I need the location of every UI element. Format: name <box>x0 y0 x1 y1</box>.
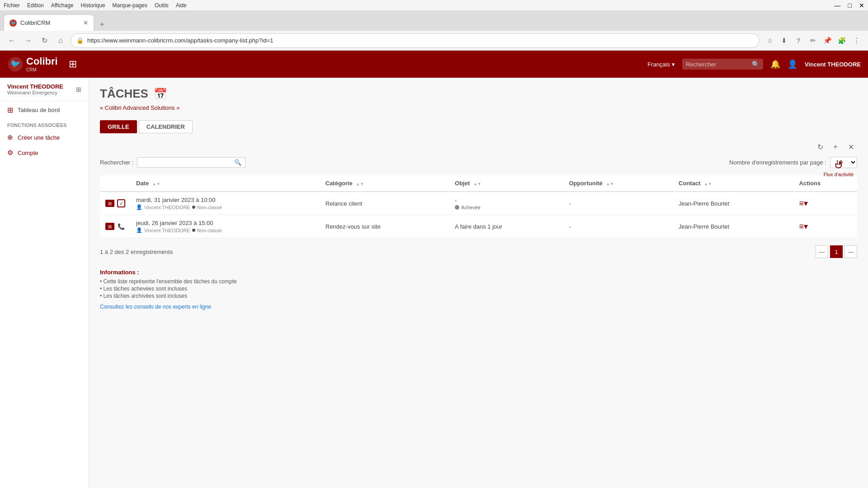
row1-contact: Jean-Pierre Bourlet <box>673 192 793 215</box>
pagination-next-button[interactable]: — <box>844 245 857 258</box>
sidebar-item-tableau-de-bord[interactable]: ⊞ Tableau de bord <box>0 101 89 119</box>
main-content: TÂCHES 📅 ↺ Flux d'activité « Colibri Adv… <box>89 78 868 488</box>
header-right: Français ▾ 🔍 🔔 👤 Vincent THEODORE <box>647 59 861 70</box>
search-input[interactable] <box>141 159 231 166</box>
breadcrumb-suffix: » <box>176 104 179 111</box>
language-selector[interactable]: Français ▾ <box>647 61 675 68</box>
sidebar-compte[interactable]: ⚙ Compte <box>0 145 89 160</box>
search-input-wrap[interactable]: 🔍 <box>137 157 245 168</box>
pagination-page-1-button[interactable]: 1 <box>830 245 843 258</box>
info-title: Informations : <box>100 269 857 276</box>
menu-marque-pages[interactable]: Marque-pages <box>113 2 147 9</box>
row1-opportunite: - <box>563 192 673 215</box>
download-button[interactable]: ⬇ <box>778 34 790 47</box>
notifications-bell-icon[interactable]: 🔔 <box>770 59 780 69</box>
lang-label: Français <box>647 61 670 68</box>
refresh-button[interactable]: ↻ <box>814 141 826 153</box>
col-actions: Actions <box>794 175 857 192</box>
menu-outils[interactable]: Outils <box>155 2 169 9</box>
opportunite-sort-icons[interactable]: ▲▼ <box>606 182 614 186</box>
task-grid-icon-row1[interactable]: ⊞ <box>105 200 114 207</box>
row2-categorie: Rendez-vous sur site <box>320 215 449 238</box>
list-toolbar: ↻ + ✕ <box>100 141 857 153</box>
nav-forward-button[interactable]: → <box>22 34 34 47</box>
row1-actions: ≡▾ <box>794 192 857 215</box>
header-search-icon[interactable]: 🔍 <box>752 61 760 68</box>
nav-home-button[interactable]: ⌂ <box>54 34 67 47</box>
window-close[interactable]: ✕ <box>859 2 864 9</box>
row1-user: Vincent THEODORE <box>144 205 190 210</box>
date-sort-icons[interactable]: ▲▼ <box>152 182 160 186</box>
menu-edition[interactable]: Edition <box>27 2 44 9</box>
breadcrumb-prefix: « <box>100 104 103 111</box>
sidebar-user-info: Vincent THEODORE Weinmann Emergency <box>7 83 72 95</box>
header-search-input[interactable] <box>686 61 749 68</box>
row1-actions-button[interactable]: ≡▾ <box>799 198 808 208</box>
task-grid-icon-row2[interactable]: ⊞ <box>105 223 114 230</box>
task-phone-icon-row2[interactable]: 📞 <box>117 222 125 230</box>
pagination: 1 à 2 des 2 enregistrements — 1 — <box>100 245 857 258</box>
edit-button[interactable]: ✏ <box>807 34 819 47</box>
menu-historique[interactable]: Historique <box>81 2 105 9</box>
objet-sort-icons[interactable]: ▲▼ <box>473 182 481 186</box>
logo-sub: CRM <box>26 67 58 72</box>
task-icons-row1: ⊞ ✓ <box>105 199 125 207</box>
search-magnifier-icon[interactable]: 🔍 <box>234 159 241 166</box>
row1-date: mardi, 31 janvier 2023 à 10:00 👤 Vincent… <box>131 192 320 215</box>
window-maximize[interactable]: □ <box>848 2 852 9</box>
info-link[interactable]: Consultez les conseils de nos experts en… <box>100 304 211 310</box>
breadcrumb-company-link[interactable]: Colibri Advanced Solutions <box>105 104 175 111</box>
sidebar-user: Vincent THEODORE Weinmann Emergency ⊞ <box>0 78 89 101</box>
info-item-2: • Les tâches archivées sont incluses <box>100 293 857 299</box>
header-user-name[interactable]: Vincent THEODORE <box>805 61 861 68</box>
bookmark-star-button[interactable]: ☆ <box>763 34 776 47</box>
row1-category-tag: Non-classé <box>197 205 222 210</box>
colibri-logo-icon: 🐦 <box>7 56 24 72</box>
sidebar-expand-icon[interactable]: ⊞ <box>76 86 81 93</box>
pin-button[interactable]: 📌 <box>821 34 834 47</box>
browser-nav: ← → ↻ ⌂ 🔒 https://www.weinmann-colibricr… <box>0 31 868 51</box>
menu-fichier[interactable]: Fichier <box>4 2 20 9</box>
nav-refresh-button[interactable]: ↻ <box>38 34 51 47</box>
extensions-button[interactable]: 🧩 <box>835 34 848 47</box>
sidebar-creer-tache[interactable]: ⊕ Créer une tâche <box>0 130 89 145</box>
header-search-box[interactable]: 🔍 <box>682 59 763 70</box>
close-toolbar-button[interactable]: ✕ <box>844 141 857 153</box>
new-tab-button[interactable]: + <box>96 18 108 31</box>
row2-user: Vincent THEODORE <box>144 228 190 233</box>
app-grid-menu-button[interactable]: ⊞ <box>69 58 77 70</box>
window-minimize[interactable]: — <box>835 2 841 9</box>
flux-icon: ↺ <box>834 159 843 172</box>
row1-status-text: Achevée <box>461 205 481 210</box>
browser-tabs: 🐦 ColibriCRM ✕ + <box>0 11 868 31</box>
task-check-icon-row1[interactable]: ✓ <box>117 199 125 207</box>
menu-aide[interactable]: Aide <box>176 2 187 9</box>
pagination-info: 1 à 2 des 2 enregistrements <box>100 249 173 255</box>
info-item-1: • Les tâches achevées sont incluses <box>100 286 857 292</box>
row2-contact: Jean-Pierre Bourlet <box>673 215 793 238</box>
contact-sort-icons[interactable]: ▲▼ <box>704 182 712 186</box>
tab-calendrier[interactable]: CALENDRIER <box>139 120 193 133</box>
search-row: Rechercher : 🔍 Nombre d'enregistrements … <box>100 157 857 168</box>
activity-flux-button[interactable]: ↺ Flux d'activité <box>824 159 854 177</box>
tab-close-button[interactable]: ✕ <box>83 19 88 26</box>
row1-objet-dash: - <box>455 197 558 204</box>
menu-affichage[interactable]: Affichage <box>51 2 74 9</box>
menu-dots-button[interactable]: ⋮ <box>850 34 863 47</box>
help-button[interactable]: ? <box>792 34 805 47</box>
active-tab[interactable]: 🐦 ColibriCRM ✕ <box>4 14 94 31</box>
row1-status: Achevée <box>455 205 558 210</box>
address-bar[interactable]: 🔒 https://www.weinmann-colibricrm.com/ap… <box>71 33 760 48</box>
row2-objet-dash: A faire dans 1 jour <box>455 223 558 230</box>
user-profile-icon[interactable]: 👤 <box>788 59 797 69</box>
categorie-sort-icons[interactable]: ▲▼ <box>356 182 364 186</box>
flux-label: Flux d'activité <box>824 172 854 177</box>
task-icons-row2: ⊞ 📞 <box>105 222 125 230</box>
pagination-prev-button[interactable]: — <box>816 245 828 258</box>
nav-back-button[interactable]: ← <box>5 34 18 47</box>
row2-actions-button[interactable]: ≡▾ <box>799 221 808 231</box>
add-record-button[interactable]: + <box>829 141 842 153</box>
tab-grille[interactable]: GRILLE <box>100 120 137 133</box>
sidebar: Vincent THEODORE Weinmann Emergency ⊞ ⊞ … <box>0 78 89 488</box>
table-row: ⊞ 📞 jeudi, 26 janvier 2023 à 15:00 👤 Vin… <box>100 215 857 238</box>
